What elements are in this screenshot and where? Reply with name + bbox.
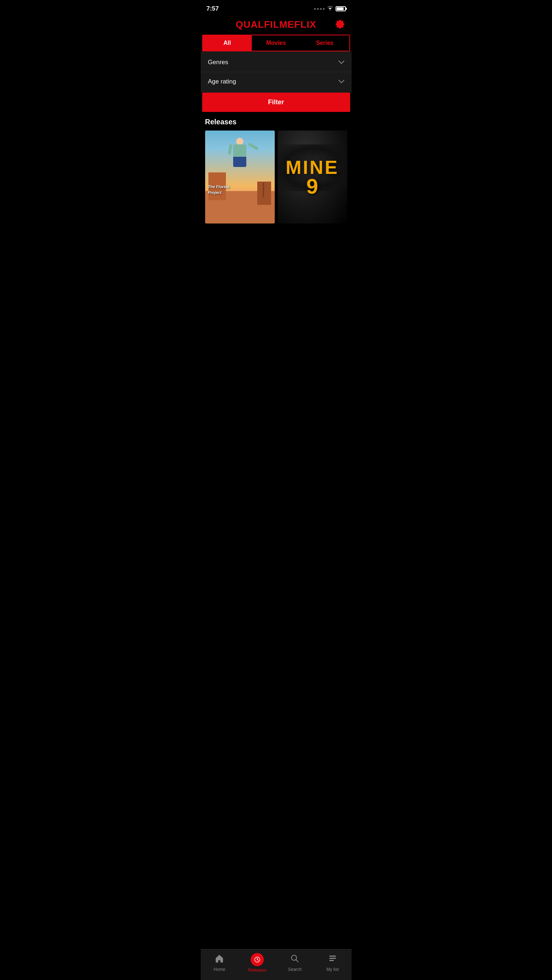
genres-chevron-icon: [338, 59, 344, 65]
age-rating-chevron-icon: [338, 79, 344, 84]
tab-movies[interactable]: Movies: [252, 35, 301, 51]
mylist-icon: [328, 954, 337, 966]
status-icons: [314, 5, 346, 12]
main-content: All Movies Series Genres Age rating Filt…: [201, 35, 352, 266]
florida-project-text: The FloridaProject: [208, 184, 230, 196]
battery-icon: [336, 6, 346, 11]
search-icon: [290, 954, 300, 966]
tab-all[interactable]: All: [203, 35, 252, 51]
releases-title: Releases: [205, 118, 347, 126]
releases-section: Releases: [201, 112, 352, 229]
app-header: QUALFILMEFLIX: [201, 16, 352, 35]
svg-rect-3: [329, 956, 336, 957]
releases-icon: [251, 953, 264, 966]
tab-series[interactable]: Series: [301, 35, 349, 51]
filters-panel: Genres Age rating: [201, 51, 352, 92]
svg-rect-4: [329, 958, 336, 959]
svg-line-2: [296, 960, 299, 963]
svg-point-1: [292, 955, 297, 960]
genres-filter-label: Genres: [208, 59, 228, 66]
home-icon: [215, 954, 224, 966]
mine9-title-container: MINE 9: [286, 158, 339, 196]
movie-card-florida-project[interactable]: The FloridaProject: [205, 130, 275, 223]
status-bar: 7:57: [201, 0, 352, 16]
bottom-navigation: Home Releases Search My list: [201, 949, 352, 980]
nav-mylist-label: My list: [327, 967, 339, 972]
signal-icon: [314, 8, 325, 10]
movie-card-mine9[interactable]: MINE 9: [278, 130, 347, 223]
age-rating-filter[interactable]: Age rating: [201, 72, 352, 91]
nav-home-label: Home: [214, 967, 225, 972]
settings-button[interactable]: [334, 18, 346, 32]
nav-releases[interactable]: Releases: [244, 953, 270, 973]
filter-button[interactable]: Filter: [202, 92, 350, 112]
nav-search-label: Search: [288, 967, 302, 972]
nav-releases-label: Releases: [248, 967, 266, 973]
svg-rect-5: [329, 960, 334, 961]
status-time: 7:57: [206, 5, 219, 13]
genres-filter[interactable]: Genres: [201, 53, 352, 72]
nav-mylist[interactable]: My list: [320, 954, 346, 972]
nav-home[interactable]: Home: [206, 954, 232, 972]
app-title: QUALFILMEFLIX: [236, 19, 316, 30]
nav-search[interactable]: Search: [282, 954, 308, 972]
content-tabs: All Movies Series: [202, 35, 350, 51]
age-rating-filter-label: Age rating: [208, 78, 236, 85]
wifi-icon: [327, 5, 333, 12]
movies-grid: The FloridaProject MINE 9: [205, 130, 347, 223]
mine9-number: 9: [286, 177, 339, 196]
